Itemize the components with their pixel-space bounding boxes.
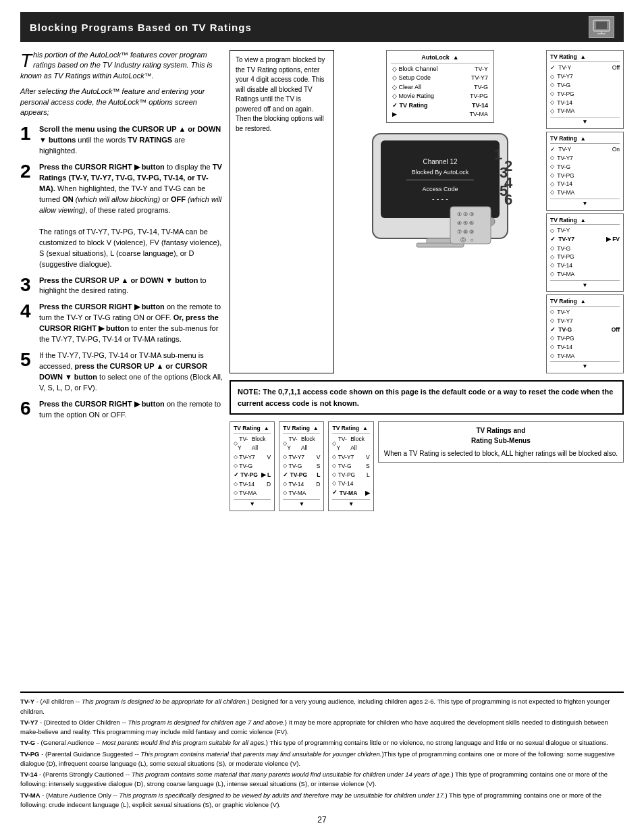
rp2-tvg: ◇ TV-G: [550, 163, 620, 172]
step-2-content: Press the CURSOR RIGHT ▶ button to displ…: [39, 162, 223, 269]
info-box: To view a program blocked by the TV Rati…: [230, 50, 334, 373]
rating-panels-column: TV Rating ▲ ✓ TV-Y Off ◇ TV-Y7 ◇ TV-G ◇ …: [546, 50, 624, 373]
title-icon: [589, 16, 614, 38]
step-4: 4 Press the CURSOR RIGHT ▶ button on the…: [20, 302, 223, 345]
smp3-tvg: ◇ TV-G S: [332, 462, 369, 471]
smp2-tvma: ◇ TV-MA: [283, 489, 320, 498]
legend-tvma: TV-MA - (Mature Audience Only -- This pr…: [20, 791, 624, 810]
rp3-tvg: ◇ TV-G: [550, 244, 620, 253]
smp1-header: TV Rating ▲: [234, 424, 271, 434]
svg-text:⑦ ⑧ ⑨: ⑦ ⑧ ⑨: [457, 229, 474, 235]
step-6-content: Press the CURSOR RIGHT ▶ button on the r…: [39, 399, 223, 421]
note-box: NOTE: The 0,7,1,1 access code shown on t…: [230, 380, 624, 415]
sub-menus-row: TV Rating ▲ ◇ TV-Y Block All ◇ TV-Y7 V ◇…: [230, 421, 624, 511]
right-column: To view a program blocked by the TV Rati…: [230, 50, 624, 685]
legend-tvy7: TV-Y7 - (Directed to Older Children -- T…: [20, 718, 624, 737]
svg-text:Access Code: Access Code: [422, 186, 458, 192]
tv-rating-caption: TV Ratings and Rating Sub-Menus When a T…: [378, 421, 624, 463]
tv-diagram: Channel 12 Blocked By AutoLock Access Co…: [366, 127, 514, 259]
after-intro: After selecting the AutoLock™ feature an…: [20, 86, 223, 118]
autolock-menu-header: AutoLock ▲: [391, 53, 489, 63]
svg-text:⓪   ○: ⓪ ○: [460, 237, 474, 243]
rp4-tvy: ◇ TV-Y: [550, 308, 620, 317]
rating-panel-3: TV Rating ▲ ◇ TV-Y ✓ TV-Y7 ▶ FV ◇ TV-G ◇…: [546, 213, 624, 292]
rp3-tvy7: ✓ TV-Y7 ▶ FV: [550, 235, 620, 244]
autolock-item-4: ◇ Movie RatingTV-PG: [391, 92, 489, 101]
step-1: 1 Scroll the menu using the CURSOR UP ▲ …: [20, 124, 223, 157]
page-title: Blocking Programs Based on TV Ratings: [30, 22, 252, 33]
page-number: 27: [20, 815, 624, 825]
smp1-tv14: ◇ TV-14 D: [234, 480, 271, 489]
rp2-tvma: ◇ TV-MA: [550, 188, 620, 197]
step-3: 3 Press the CURSOR UP ▲ or DOWN ▼ button…: [20, 276, 223, 297]
rp2-footer: ▼: [550, 199, 620, 208]
rp4-tvpg: ◇ TV-PG: [550, 334, 620, 343]
svg-rect-8: [406, 180, 474, 180]
rp3-tv14: ◇ TV-14: [550, 261, 620, 270]
smp1-tvy7: ◇ TV-Y7 V: [234, 453, 271, 462]
rp2-tvy7: ◇ TV-Y7: [550, 154, 620, 163]
rp3-tvma: ◇ TV-MA: [550, 270, 620, 279]
smp2-header: TV Rating ▲: [283, 424, 320, 434]
smp3-tvy: ◇ TV-Y Block All: [332, 435, 369, 452]
smp2-footer: ▼: [283, 499, 320, 509]
dropcap: T: [20, 51, 32, 70]
svg-text:Blocked By AutoLock: Blocked By AutoLock: [412, 169, 469, 176]
step-2-number: 2: [20, 162, 35, 181]
rp1-tvma: ◇ TV-MA: [550, 107, 620, 115]
step-5-content: If the TV-Y7, TV-PG, TV-14 or TV-MA sub-…: [39, 350, 223, 394]
svg-text:Channel 12: Channel 12: [423, 158, 458, 165]
autolock-item-5: ✓ TV RatingTV-14: [391, 101, 489, 111]
rp4-tvy7: ◇ TV-Y7: [550, 317, 620, 325]
rp4-tvg: ✓ TV-G Off: [550, 325, 620, 335]
autolock-item-3: ◇ Clear AllTV-G: [391, 83, 489, 93]
svg-text:6: 6: [504, 191, 512, 208]
rp3-tvpg: ◇ TV-PG: [550, 253, 620, 261]
rating-panel-2: TV Rating ▲ ✓ TV-Y On ◇ TV-Y7 ◇ TV-G ◇ T…: [546, 132, 624, 211]
rp4-tv14: ◇ TV-14: [550, 343, 620, 352]
smp3-tv14: ◇ TV-14: [332, 479, 369, 488]
rp2-tv14: ◇ TV-14: [550, 180, 620, 188]
svg-text:4: 4: [504, 174, 513, 191]
svg-text:1: 1: [494, 146, 502, 163]
smp1-tvy: ◇ TV-Y Block All: [234, 435, 271, 452]
smp3-tvpg: ◇ TV-PG L: [332, 471, 369, 479]
rp1-footer: ▼: [550, 117, 620, 126]
step-1-content: Scroll the menu using the CURSOR UP ▲ or…: [39, 124, 223, 157]
legend-tvy: TV-Y - (All children -- This program is …: [20, 697, 624, 716]
smp1-tvg: ◇ TV-G: [234, 462, 271, 471]
rp1-tvg: ◇ TV-G: [550, 81, 620, 90]
smp3-tvma: ✓ TV-MA ▶: [332, 488, 369, 498]
note-text: NOTE: The 0,7,1,1 access code shown on t…: [238, 388, 613, 407]
legend-tvpg: TV-PG - (Parental Guidance Suggested -- …: [20, 750, 624, 769]
rp3-footer: ▼: [550, 280, 620, 290]
sub-menu-panel-3: TV Rating ▲ ◇ TV-Y Block All ◇ TV-Y7 V ◇…: [328, 421, 373, 511]
smp2-tvg: ◇ TV-G S: [283, 462, 320, 471]
sub-menu-panel-1: TV Rating ▲ ◇ TV-Y Block All ◇ TV-Y7 V ◇…: [230, 421, 275, 511]
step-5-number: 5: [20, 350, 35, 369]
smp2-tvy7: ◇ TV-Y7 V: [283, 453, 320, 462]
rp4-footer: ▼: [550, 361, 620, 371]
rating-panel-2-header: TV Rating ▲: [550, 134, 620, 144]
svg-text:2: 2: [504, 157, 512, 174]
step-3-content: Press the CURSOR UP ▲ or DOWN ▼ button t…: [39, 276, 223, 297]
main-body: This portion of the AutoLock™ features c…: [20, 50, 624, 685]
step-4-content: Press the CURSOR RIGHT ▶ button on the r…: [39, 302, 223, 345]
rp1-tvpg: ◇ TV-PG: [550, 90, 620, 99]
smp3-footer: ▼: [332, 499, 369, 509]
sub-menu-panel-2: TV Rating ▲ ◇ TV-Y Block All ◇ TV-Y7 V ◇…: [279, 421, 324, 511]
svg-text:④ ⑤ ⑥: ④ ⑤ ⑥: [457, 220, 474, 226]
rp1-tv14: ◇ TV-14: [550, 99, 620, 107]
smp1-tvma: ◇ TV-MA: [234, 489, 271, 498]
smp1-tvpg: ✓ TV-PG ▶ L: [234, 471, 271, 480]
rp3-tvy: ◇ TV-Y: [550, 226, 620, 235]
caption-text: When a TV Rating is selected to block, A…: [384, 448, 618, 459]
autolock-item-2: ◇ Setup CodeTV-Y7: [391, 74, 489, 83]
step-3-number: 3: [20, 276, 35, 294]
autolock-item-6: ▶TV-MA: [391, 110, 489, 120]
smp2-tvpg: ✓ TV-PG L: [283, 471, 320, 480]
rp2-tvy: ✓ TV-Y On: [550, 145, 620, 155]
step-6-number: 6: [20, 399, 35, 418]
page: Blocking Programs Based on TV Ratings Th…: [0, 0, 644, 834]
svg-text:① ② ③: ① ② ③: [457, 211, 474, 217]
